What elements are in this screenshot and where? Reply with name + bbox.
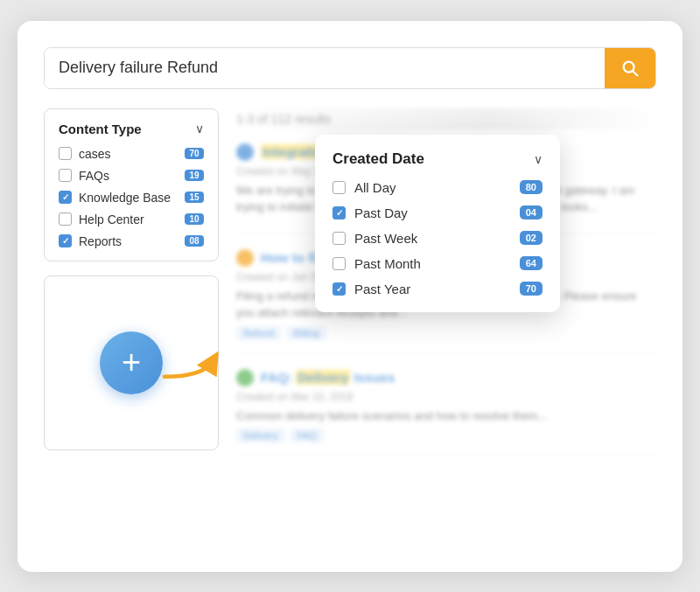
created-date-header[interactable]: Created Date ∨ [332,150,542,168]
checkbox-faqs[interactable] [59,169,72,182]
result-tags-2: Refund Billing [236,326,656,340]
plus-symbol: + [122,344,141,381]
dropdown-label-all-day: All Day [354,180,511,195]
search-input[interactable] [45,48,605,87]
result-icon-3 [236,369,254,387]
arrow-container [157,335,227,391]
created-date-dropdown: Created Date ∨ All Day 80 Past Day 04 [315,135,560,312]
filter-label-cases: cases [79,147,178,161]
dropdown-badge-all-day: 80 [520,180,542,194]
content-type-filter-header[interactable]: Content Type ∨ [59,122,204,136]
filter-badge-cases: 70 [185,148,204,159]
dropdown-item-past-month[interactable]: Past Month 64 [332,256,542,271]
dropdown-badge-past-month: 64 [520,256,542,270]
dropdown-badge-past-year: 70 [520,282,542,296]
checkbox-past-week[interactable] [332,232,346,245]
filter-item-help-center[interactable]: Help Center 10 [59,212,204,226]
filter-label-reports: Reports [79,234,178,248]
arrow-icon [157,335,227,387]
add-button[interactable]: + [100,331,163,394]
svg-line-1 [633,71,637,75]
search-button[interactable] [605,48,655,88]
highlight-delivery: Delivery [296,370,350,385]
result-title-3[interactable]: FAQ: Delivery Issues [261,370,395,385]
results-count: 1-3 of 112 results [236,108,656,129]
search-bar [44,47,656,89]
checkbox-cases[interactable] [59,147,72,160]
tag-faq: FAQ [290,428,324,442]
filter-item-cases[interactable]: cases 70 [59,147,204,161]
main-layout: Content Type ∨ cases 70 FAQs 19 [44,108,656,472]
dropdown-badge-past-week: 02 [520,231,542,245]
result-item-3: FAQ: Delivery Issues Created on Mar 10, … [236,369,656,456]
dropdown-item-past-week[interactable]: Past Week 02 [332,231,542,246]
checkbox-past-day[interactable] [332,206,346,219]
created-date-title: Created Date [332,150,424,168]
search-icon [620,59,640,78]
dropdown-label-past-month: Past Month [354,256,511,271]
tag-delivery: Delivery [236,428,285,442]
dropdown-item-all-day[interactable]: All Day 80 [332,180,542,195]
filter-badge-knowledge-base: 15 [185,192,204,203]
left-column: Content Type ∨ cases 70 FAQs 19 [44,108,219,472]
filter-badge-faqs: 19 [185,170,204,181]
content-type-filter: Content Type ∨ cases 70 FAQs 19 [44,108,219,261]
dropdown-label-past-year: Past Year [354,282,511,296]
checkbox-past-year[interactable] [332,282,346,296]
checkbox-all-day[interactable] [332,181,346,194]
tag-billing: Billing [286,326,326,340]
plus-box: + [44,275,219,450]
filter-item-faqs[interactable]: FAQs 19 [59,169,204,183]
checkbox-reports[interactable] [59,234,72,247]
filter-badge-reports: 08 [185,235,204,247]
checkbox-help-center[interactable] [59,212,72,226]
dropdown-item-past-day[interactable]: Past Day 04 [332,205,542,220]
checkbox-past-month[interactable] [332,257,346,270]
right-column: 1-3 of 112 results Integrating cybersour… [236,108,656,472]
content-type-title: Content Type [59,122,142,136]
content-type-chevron: ∨ [195,122,204,136]
filter-item-knowledge-base[interactable]: Knowledge Base 15 [59,191,204,205]
filter-label-knowledge-base: Knowledge Base [79,191,178,205]
dropdown-badge-past-day: 04 [520,205,542,219]
dropdown-label-past-day: Past Day [354,205,511,220]
result-title-row-3: FAQ: Delivery Issues [236,369,656,387]
result-tags-3: Delivery FAQ [236,428,656,442]
result-meta-3: Created on Mar 10, 2018 [236,391,656,403]
dropdown-label-past-week: Past Week [354,231,511,246]
main-card: Content Type ∨ cases 70 FAQs 19 [18,21,682,572]
tag-refund: Refund [236,326,281,340]
result-icon-1 [236,143,254,161]
filter-label-faqs: FAQs [79,169,178,183]
result-icon-2 [236,249,254,267]
filter-badge-help-center: 10 [185,213,204,225]
checkbox-knowledge-base[interactable] [59,191,72,204]
dropdown-item-past-year[interactable]: Past Year 70 [332,282,542,296]
filter-item-reports[interactable]: Reports 08 [59,234,204,248]
created-date-chevron: ∨ [534,152,542,166]
filter-label-help-center: Help Center [79,212,178,226]
result-snippet-3: Common delivery failure scenarios and ho… [236,407,656,425]
